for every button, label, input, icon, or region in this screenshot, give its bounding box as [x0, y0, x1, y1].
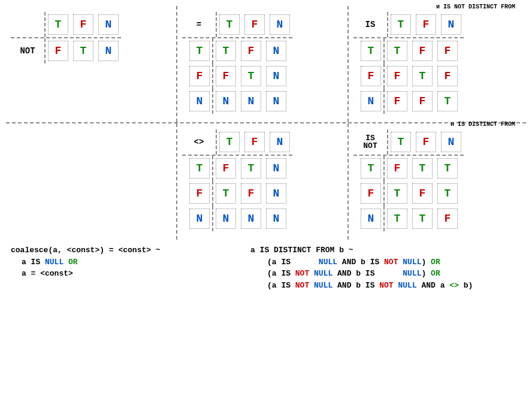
- table-row: N N N N: [182, 206, 292, 231]
- table-not: T F N NOT F T N: [11, 12, 121, 64]
- txt: (a IS: [267, 281, 295, 290]
- cell-header: F: [73, 14, 93, 35]
- panel-not: T F N NOT F T N: [6, 6, 176, 72]
- table-neq: <> T F N T F T N F T F: [182, 129, 292, 231]
- panel-isnot: и IS DISTINCT FROM IS NOT T F N T F: [349, 123, 522, 240]
- txt: AND a: [417, 281, 450, 290]
- kw-not: NOT: [379, 281, 393, 290]
- txt: AND b IS: [332, 281, 379, 290]
- cell-header: T: [48, 14, 68, 35]
- cell-header: F: [244, 14, 265, 35]
- op-blank: [13, 14, 42, 35]
- note-coalesce-hdr: coalesce(a, <const>) = <const> ~: [11, 244, 250, 256]
- divider-v: [212, 38, 213, 64]
- divider-v: [383, 156, 385, 181]
- table-isnot: IS NOT T F N T F T T F: [353, 129, 464, 231]
- cell: T: [387, 41, 407, 61]
- caption-is: и IS NOT DISTINCT FROM: [436, 4, 515, 10]
- cell-header: T: [219, 132, 240, 152]
- note-distinct-l2: (a IS NOT NULL AND b IS NULL) OR: [250, 268, 473, 280]
- cell-header: N: [270, 14, 290, 35]
- kw-not: NOT: [295, 281, 309, 290]
- cell: F: [412, 183, 433, 204]
- divider-v: [212, 206, 213, 231]
- cell-rowhdr: F: [189, 183, 210, 204]
- cell-header: N: [441, 14, 461, 35]
- cell: N: [266, 41, 286, 61]
- notes: coalesce(a, <const>) = <const> ~ a IS NU…: [6, 240, 526, 291]
- kw-null: NULL: [403, 269, 421, 278]
- cell-header: N: [98, 14, 119, 35]
- table-row: F T F T: [353, 181, 464, 206]
- table-row: F T F N: [182, 181, 292, 206]
- cell: T: [216, 183, 236, 204]
- cell: N: [241, 91, 261, 111]
- kw-null: NULL: [319, 258, 337, 267]
- op-is: IS: [356, 14, 385, 35]
- table-row: = T F N: [182, 12, 292, 37]
- panel-is: и IS NOT DISTINCT FROM IS T F N T T F F: [349, 6, 522, 122]
- cell: F: [437, 208, 458, 229]
- cell-rowhdr: T: [189, 158, 210, 179]
- txt: AND b IS: [332, 269, 379, 278]
- kw-null: NULL: [314, 269, 332, 278]
- cell-header: N: [441, 132, 461, 152]
- cell: T: [437, 158, 458, 179]
- cell: F: [241, 41, 261, 61]
- cell: T: [412, 208, 433, 229]
- table-row: IS NOT T F N: [353, 129, 464, 155]
- divider-v: [216, 12, 217, 37]
- cell-rowhdr: T: [361, 41, 381, 61]
- divider-v: [383, 38, 385, 64]
- divider-v: [212, 181, 213, 206]
- cell-header: T: [219, 14, 240, 35]
- cell-rowhdr: F: [189, 66, 210, 86]
- note-distinct-l1: (a IS NULL AND b IS NOT NULL) OR: [250, 256, 473, 268]
- divider-v: [44, 12, 46, 37]
- txt: a IS: [22, 258, 45, 267]
- cell: T: [216, 41, 236, 61]
- cell: F: [412, 91, 433, 111]
- cell: T: [387, 208, 407, 229]
- cell: F: [387, 158, 407, 179]
- op-eq: =: [185, 14, 213, 35]
- txt: ): [422, 258, 431, 267]
- cell: N: [266, 91, 286, 111]
- kw-not: NOT: [295, 269, 309, 278]
- txt: AND b IS: [337, 258, 384, 267]
- cell: F: [216, 66, 236, 86]
- table-row: <> T F N: [182, 129, 292, 155]
- cell: T: [241, 66, 261, 86]
- table-row: N F F T: [353, 89, 464, 114]
- cell-rowhdr: N: [361, 91, 381, 111]
- txt: (a IS: [267, 269, 295, 278]
- cell: N: [98, 41, 119, 61]
- txt: [64, 258, 68, 267]
- op-not: NOT: [13, 41, 42, 61]
- table-row: IS T F N: [353, 12, 464, 37]
- txt: [309, 281, 314, 290]
- table-row: T T F F: [353, 38, 464, 64]
- kw-null: NULL: [314, 281, 332, 290]
- cell-rowhdr: N: [189, 208, 210, 229]
- panel-eq: = T F N T T F N F F T: [177, 6, 347, 122]
- cell: F: [437, 41, 458, 61]
- cell: T: [241, 158, 261, 179]
- cell-header: T: [391, 132, 411, 152]
- cell: F: [48, 41, 68, 61]
- op-neq: <>: [185, 132, 213, 152]
- op-isnot: IS NOT: [356, 132, 385, 152]
- cell: F: [412, 41, 433, 61]
- table-row: F F T N: [182, 64, 292, 89]
- cell: N: [216, 91, 236, 111]
- cell: T: [73, 41, 93, 61]
- cell-header: T: [391, 14, 411, 35]
- table-eq: = T F N T T F N F F T: [182, 12, 292, 114]
- txt: [379, 269, 403, 278]
- table-row: N N N N: [182, 89, 292, 114]
- cell-rowhdr: N: [189, 91, 210, 111]
- cell: N: [266, 66, 286, 86]
- txt: b): [459, 281, 473, 290]
- cell-rowhdr: F: [361, 183, 381, 204]
- cell: N: [266, 183, 286, 204]
